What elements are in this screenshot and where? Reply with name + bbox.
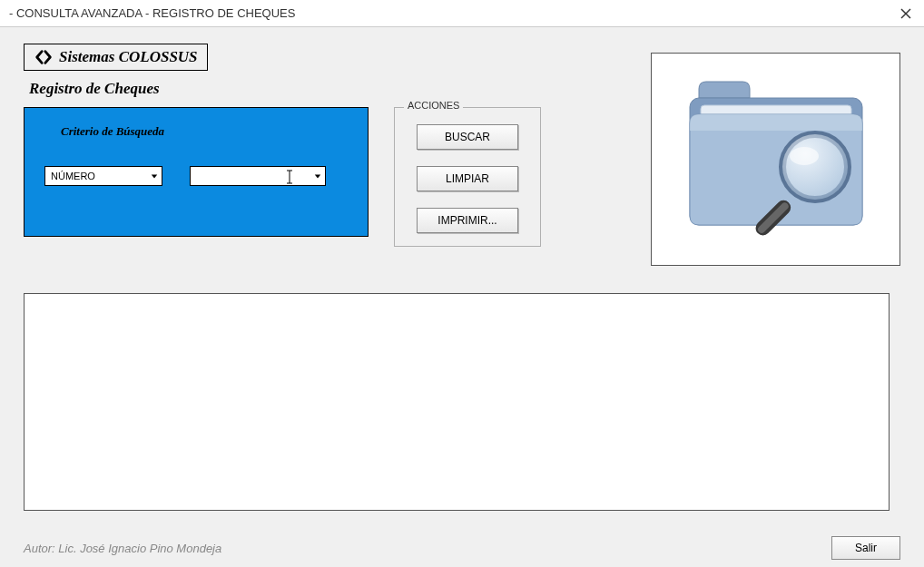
chevron-down-icon [310, 167, 325, 185]
text-cursor-icon [285, 170, 294, 184]
titlebar: - CONSULTA AVANZADA - REGISTRO DE CHEQUE… [0, 0, 924, 27]
limpiar-button[interactable]: LIMPIAR [417, 166, 518, 191]
search-field-dropdown[interactable]: NÚMERO [44, 166, 162, 186]
search-value-combobox[interactable] [190, 166, 326, 186]
brand-box: Sistemas COLOSSUS [24, 44, 208, 71]
svg-marker-6 [315, 174, 320, 178]
svg-marker-2 [152, 174, 157, 178]
imprimir-button[interactable]: IMPRIMIR... [417, 208, 518, 233]
author-label: Autor: Lic. José Ignacio Pino Mondeja [24, 542, 221, 555]
window-title: - CONSULTA AVANZADA - REGISTRO DE CHEQUE… [9, 6, 295, 20]
search-criteria-panel: Criterio de Búsqueda NÚMERO [24, 107, 369, 237]
svg-point-11 [790, 147, 819, 165]
actions-group: ACCIONES BUSCAR LIMPIAR IMPRIMIR... [394, 107, 541, 247]
main-row: Criterio de Búsqueda NÚMERO [24, 107, 900, 320]
chevron-down-icon [147, 167, 162, 185]
content-area: Sistemas COLOSSUS Registro de Cheques Cr… [0, 27, 924, 567]
close-button[interactable] [897, 5, 915, 23]
footer: Autor: Lic. José Ignacio Pino Mondeja Sa… [24, 536, 900, 560]
brand-logo-icon [34, 49, 54, 65]
close-icon [900, 8, 911, 19]
results-panel [24, 293, 890, 511]
search-criteria-title: Criterio de Búsqueda [61, 124, 348, 139]
search-field-value: NÚMERO [45, 171, 147, 181]
search-controls: NÚMERO [44, 166, 348, 186]
folder-search-icon [672, 69, 880, 250]
salir-button[interactable]: Salir [831, 536, 900, 560]
illustration-box [651, 53, 900, 266]
svg-point-10 [782, 134, 848, 200]
actions-legend: ACCIONES [404, 100, 463, 111]
buscar-button[interactable]: BUSCAR [417, 124, 518, 150]
app-window: - CONSULTA AVANZADA - REGISTRO DE CHEQUE… [0, 0, 924, 567]
brand-text: Sistemas COLOSSUS [59, 48, 198, 66]
